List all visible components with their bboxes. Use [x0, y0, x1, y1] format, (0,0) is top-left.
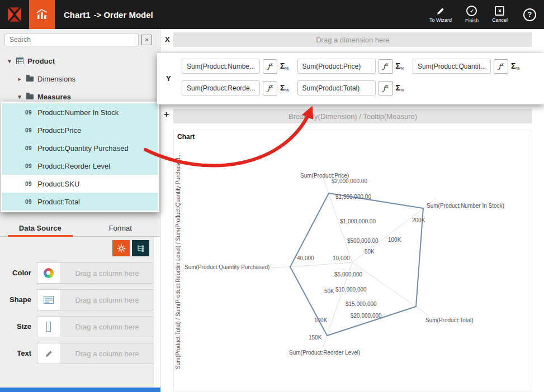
pill-total[interactable]: Sum(Product:Total): [297, 80, 376, 95]
measure-label: Product:Quantity Purchased: [37, 144, 129, 152]
topbar-actions: To Wizard ✓ Finish × Cancel ?: [429, 6, 544, 23]
color-dropzone[interactable]: Drag a column here: [60, 263, 154, 283]
y-pill-group: Sum(Product:Price) ƒx Σ%: [297, 59, 405, 74]
radar-tick: 150K: [309, 334, 321, 341]
chevron-down-icon[interactable]: ▾: [7, 58, 12, 65]
radar-axis-label-quantity-purchased: Sum(Product:Quantity Purchased): [185, 264, 269, 270]
function-fx-button[interactable]: ƒx: [379, 81, 393, 95]
finish-button[interactable]: ✓ Finish: [465, 6, 479, 23]
combo-chart-icon: [35, 8, 49, 21]
tree-item-dimensions[interactable]: ▸ Dimensions: [0, 70, 160, 87]
sidebar-scrollbar-track[interactable]: [153, 237, 160, 388]
y-measures-callout-box: Y Sum(Product:Numbe... ƒx Σ% Sum(Product…: [157, 53, 544, 104]
size-control: Drag a column here: [37, 316, 154, 337]
function-fx-button[interactable]: ƒx: [494, 59, 508, 74]
y-pill-row-2: Sum(Product:Reorde... ƒx Σ% Sum(Product:…: [182, 80, 404, 95]
text-icon-cell[interactable]: [37, 343, 60, 364]
tab-data-source[interactable]: Data Source: [0, 220, 81, 236]
function-fx-button[interactable]: ƒx: [263, 81, 277, 95]
measure-label: Product:Number In Stock: [37, 108, 119, 117]
percent-glyph: %: [285, 88, 288, 93]
y-axis-rotated-label: Sum(Product:Total) / Sum(Product:Reorder…: [175, 138, 181, 384]
pill-quantity-purchased[interactable]: Sum(Product:Quantit...: [413, 59, 491, 74]
measure-label: Product:Total: [37, 198, 80, 206]
sigma-percent-button[interactable]: Σ%: [396, 62, 405, 71]
app-logo[interactable]: [0, 0, 29, 29]
size-label: Size: [0, 316, 31, 337]
text-label: Text: [0, 343, 31, 364]
radar-tick: $5,000,000: [334, 271, 362, 278]
settings-button[interactable]: [112, 240, 130, 256]
hierarchy-button[interactable]: [132, 240, 149, 256]
function-fx-button[interactable]: ƒx: [379, 59, 393, 74]
measure-item-number-in-stock[interactable]: 09 Product:Number In Stock: [2, 103, 158, 121]
radar-tick: 100K: [314, 317, 327, 323]
to-wizard-button[interactable]: To Wizard: [429, 7, 452, 23]
app-logo-icon: [7, 7, 22, 22]
app-window: Chart1-> Order Model To Wizard ✓ Finish …: [0, 0, 544, 392]
radar-tick: $10,000,000: [335, 286, 367, 293]
model-name: -> Order Model: [94, 10, 153, 20]
x-dimension-dropzone[interactable]: Drag a dimension here: [173, 32, 532, 47]
add-axis-button[interactable]: +: [164, 109, 169, 119]
radar-tick: 40,000: [297, 255, 314, 261]
fx-sub-glyph: x: [270, 62, 273, 67]
break-by-dropzone[interactable]: Break By(Dimension) / Tooltip(Measure): [173, 109, 532, 123]
numeric-type-icon: 09: [25, 199, 32, 205]
table-icon: [16, 58, 23, 64]
shape-dropzone[interactable]: Drag a column here: [60, 290, 154, 310]
measure-label: Product:SKU: [37, 180, 79, 188]
measure-item-sku[interactable]: 09 Product:SKU: [2, 175, 158, 193]
size-property-row: Size Drag a column here: [0, 316, 160, 337]
numeric-type-icon: 09: [25, 163, 32, 169]
pill-price[interactable]: Sum(Product:Price): [297, 59, 376, 74]
shape-icon-cell[interactable]: [37, 290, 60, 310]
function-fx-button[interactable]: ƒx: [263, 59, 277, 74]
pencil-icon: [45, 350, 53, 358]
radar-tick: $500,000.00: [347, 238, 379, 244]
text-dropzone[interactable]: Drag a column here: [60, 343, 154, 364]
pill-reorder-level[interactable]: Sum(Product:Reorde...: [182, 80, 260, 95]
sidebar-bottom-scrollbar[interactable]: [0, 388, 160, 392]
color-property-row: Color Drag a column here: [0, 262, 160, 284]
chart-type-button[interactable]: [29, 0, 55, 29]
folder-open-icon: [26, 94, 34, 99]
chevron-right-icon[interactable]: ▸: [17, 75, 22, 83]
measures-callout-box: 09 Product:Number In Stock 09 Product:Pr…: [1, 102, 159, 212]
y-pill-group: Sum(Product:Numbe... ƒx Σ%: [182, 59, 289, 74]
numeric-type-icon: 09: [25, 145, 32, 151]
chevron-down-icon[interactable]: ▾: [17, 93, 22, 101]
text-control: Drag a column here: [37, 343, 154, 364]
radar-tick: 10,000: [333, 255, 350, 261]
measure-item-price[interactable]: 09 Product:Price: [2, 121, 158, 139]
measure-item-total[interactable]: 09 Product:Total: [2, 193, 158, 211]
cancel-label: Cancel: [492, 17, 508, 23]
palette-icon-cell[interactable]: [37, 263, 60, 283]
size-dropzone[interactable]: Drag a column here: [60, 317, 154, 337]
sigma-percent-button[interactable]: Σ%: [511, 62, 520, 71]
pill-number-in-stock[interactable]: Sum(Product:Numbe...: [182, 59, 260, 74]
tree-item-product[interactable]: ▾ Product: [0, 52, 160, 69]
sidebar-tabs: Data Source Format: [0, 220, 160, 237]
search-input[interactable]: [4, 33, 139, 46]
tab-format[interactable]: Format: [81, 220, 161, 236]
sigma-percent-button[interactable]: Σ%: [280, 84, 289, 93]
numeric-type-icon: 09: [25, 127, 32, 133]
to-wizard-label: To Wizard: [429, 17, 452, 23]
size-icon-cell[interactable]: [37, 317, 60, 337]
cancel-button[interactable]: × Cancel: [492, 6, 508, 23]
help-button[interactable]: ?: [523, 8, 536, 21]
search-clear-button[interactable]: ×: [141, 35, 152, 45]
measure-item-quantity-purchased[interactable]: 09 Product:Quantity Purchased: [2, 139, 158, 157]
y-pill-row-1: Sum(Product:Numbe... ƒx Σ% Sum(Product:P…: [182, 59, 520, 74]
y-axis-label: Y: [166, 74, 171, 83]
sigma-percent-button[interactable]: Σ%: [280, 62, 289, 71]
sigma-percent-button[interactable]: Σ%: [396, 84, 405, 93]
panel-toolbar: [112, 240, 149, 256]
radar-tick: 50K: [324, 288, 334, 294]
numeric-type-icon: 09: [25, 109, 32, 116]
measure-item-reorder-level[interactable]: 09 Product:Reorder Level: [2, 157, 158, 175]
sigma-glyph: Σ: [511, 62, 515, 70]
sigma-glyph: Σ: [280, 62, 285, 70]
chart-canvas: X Drag a dimension here + Break By(Dimen…: [160, 29, 544, 392]
